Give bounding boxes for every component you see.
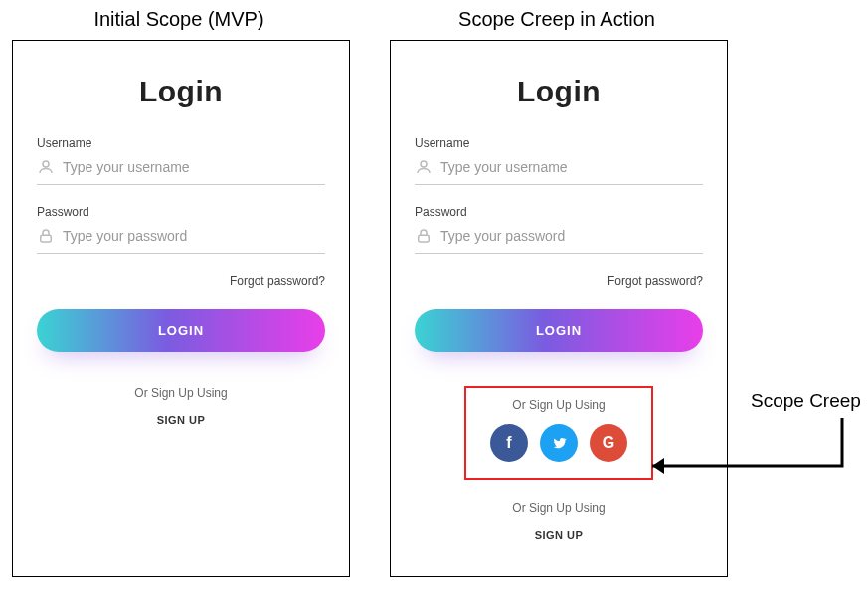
username-label: Username bbox=[37, 136, 325, 150]
svg-point-2 bbox=[421, 161, 427, 167]
panel-mvp: Login Username Password Forgot password?… bbox=[12, 40, 350, 577]
google-login-button[interactable]: G bbox=[590, 424, 627, 462]
twitter-icon bbox=[551, 435, 567, 451]
alt-signup-label: Or Sign Up Using bbox=[37, 386, 325, 400]
user-icon bbox=[37, 158, 55, 176]
password-label: Password bbox=[415, 205, 703, 219]
diagram-root: Initial Scope (MVP) Scope Creep in Actio… bbox=[0, 0, 868, 595]
social-login-row: f G bbox=[484, 424, 633, 462]
password-label: Password bbox=[37, 205, 325, 219]
svg-rect-1 bbox=[41, 235, 52, 242]
svg-point-0 bbox=[43, 161, 49, 167]
password-field-row bbox=[37, 227, 325, 254]
login-button[interactable]: LOGIN bbox=[415, 309, 703, 352]
alt-signup-label-social: Or Sign Up Using bbox=[484, 398, 633, 412]
twitter-login-button[interactable] bbox=[540, 424, 578, 462]
password-input[interactable] bbox=[440, 228, 703, 244]
username-input[interactable] bbox=[63, 159, 325, 175]
signup-link[interactable]: SIGN UP bbox=[37, 414, 325, 426]
forgot-password-link[interactable]: Forgot password? bbox=[37, 274, 325, 288]
facebook-login-button[interactable]: f bbox=[490, 424, 528, 462]
login-button[interactable]: LOGIN bbox=[37, 309, 325, 352]
panel-title-left: Initial Scope (MVP) bbox=[0, 8, 358, 31]
login-heading: Login bbox=[37, 75, 325, 108]
password-input[interactable] bbox=[63, 228, 325, 244]
user-icon bbox=[415, 158, 433, 176]
alt-signup-label: Or Sign Up Using bbox=[415, 501, 703, 515]
lock-icon bbox=[37, 227, 55, 245]
login-heading: Login bbox=[415, 75, 703, 108]
social-login-highlight-box: Or Sign Up Using f G bbox=[464, 386, 653, 480]
forgot-password-link[interactable]: Forgot password? bbox=[415, 274, 703, 288]
username-field-row bbox=[415, 158, 703, 185]
facebook-icon: f bbox=[506, 434, 511, 452]
password-field-row bbox=[415, 227, 703, 254]
panel-scope-creep: Login Username Password Forgot password?… bbox=[390, 40, 728, 577]
lock-icon bbox=[415, 227, 433, 245]
signup-link[interactable]: SIGN UP bbox=[415, 529, 703, 541]
scope-creep-callout: Scope Creep bbox=[751, 390, 861, 412]
username-input[interactable] bbox=[440, 159, 703, 175]
panel-title-right: Scope Creep in Action bbox=[378, 8, 736, 31]
svg-rect-3 bbox=[419, 235, 430, 242]
username-field-row bbox=[37, 158, 325, 185]
google-icon: G bbox=[603, 434, 614, 452]
username-label: Username bbox=[415, 136, 703, 150]
